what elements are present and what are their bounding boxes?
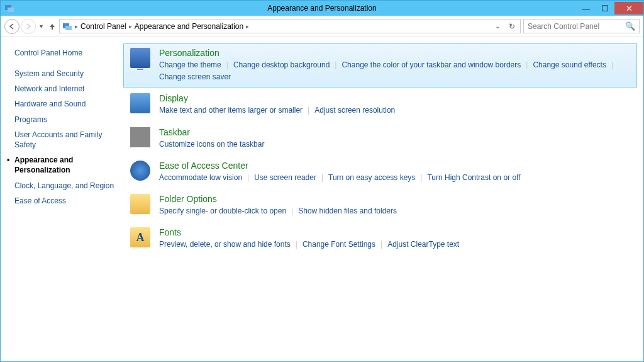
sidebar-item[interactable]: System and Security: [14, 69, 117, 79]
category-link[interactable]: Adjust screen resolution: [314, 105, 395, 116]
content-area: Control Panel Home System and SecurityNe…: [1, 37, 643, 361]
category-title[interactable]: Fonts: [159, 227, 630, 237]
link-separator: |: [335, 59, 336, 71]
folder-icon: [130, 194, 150, 214]
maximize-button[interactable]: ☐: [596, 2, 614, 14]
navigation-bar: ▾ ▸ Control Panel ▸ Appearance and Perso…: [1, 16, 643, 37]
taskbar-icon: [130, 127, 150, 147]
category-body: TaskbarCustomize icons on the taskbar: [159, 127, 630, 150]
search-icon[interactable]: 🔍: [625, 21, 635, 31]
breadcrumb-icon: [62, 21, 72, 31]
category-link[interactable]: Specify single- or double-click to open: [159, 205, 286, 217]
category-links: Preview, delete, or show and hide fonts|…: [159, 239, 630, 251]
link-separator: |: [420, 172, 422, 184]
category-links: Make text and other items larger or smal…: [159, 105, 630, 116]
up-button[interactable]: [47, 22, 58, 31]
category-link[interactable]: Accommodate low vision: [159, 172, 242, 184]
sidebar-item[interactable]: User Accounts and Family Safety: [14, 130, 117, 150]
category-row: DisplayMake text and other items larger …: [123, 89, 637, 121]
category-link[interactable]: Change desktop background: [233, 59, 330, 71]
link-separator: |: [321, 172, 323, 184]
sidebar-item[interactable]: Network and Internet: [14, 84, 117, 94]
category-title[interactable]: Ease of Access Center: [159, 161, 630, 171]
refresh-button[interactable]: ↻: [506, 22, 518, 31]
category-body: DisplayMake text and other items larger …: [159, 93, 630, 116]
monitor-icon: [130, 48, 150, 68]
category-link[interactable]: Change sound effects: [533, 59, 606, 71]
category-links: Customize icons on the taskbar: [159, 139, 630, 150]
category-link[interactable]: Change Font Settings: [303, 239, 375, 251]
main-panel: PersonalizationChange the theme|Change d…: [123, 37, 643, 361]
category-links: Specify single- or double-click to open|…: [159, 205, 630, 217]
category-link[interactable]: Change the color of your taskbar and win…: [341, 59, 521, 71]
category-link[interactable]: Turn on easy access keys: [328, 172, 415, 184]
link-separator: |: [247, 172, 249, 184]
address-dropdown-icon[interactable]: ⌄: [495, 23, 500, 30]
category-link[interactable]: Turn High Contrast on or off: [427, 172, 520, 184]
link-separator: |: [226, 59, 228, 71]
category-link[interactable]: Change the theme: [159, 59, 221, 71]
sidebar-item[interactable]: Clock, Language, and Region: [14, 181, 117, 191]
control-panel-home-link[interactable]: Control Panel Home: [14, 48, 117, 57]
category-links: Accommodate low vision|Use screen reader…: [159, 172, 630, 184]
chevron-right-icon[interactable]: ▸: [129, 23, 132, 30]
back-button[interactable]: [4, 19, 19, 34]
search-box[interactable]: Search Control Panel 🔍: [523, 19, 640, 33]
sidebar-item[interactable]: Programs: [14, 115, 117, 125]
titlebar[interactable]: Appearance and Personalization — ☐ ✕: [1, 1, 643, 16]
category-body: Folder OptionsSpecify single- or double-…: [159, 194, 630, 217]
close-button[interactable]: ✕: [614, 2, 643, 14]
category-link[interactable]: Preview, delete, or show and hide fonts: [159, 239, 291, 251]
address-bar[interactable]: ▸ Control Panel ▸ Appearance and Persona…: [59, 19, 521, 33]
category-row: TaskbarCustomize icons on the taskbar: [123, 123, 637, 155]
chevron-right-icon[interactable]: ▸: [75, 23, 78, 30]
category-title[interactable]: Personalization: [159, 48, 630, 58]
window-title: Appearance and Personalization: [267, 4, 376, 13]
category-title[interactable]: Display: [159, 93, 630, 103]
sidebar: Control Panel Home System and SecurityNe…: [1, 37, 123, 361]
category-body: PersonalizationChange the theme|Change d…: [159, 48, 630, 83]
category-title[interactable]: Taskbar: [159, 127, 630, 137]
forward-button[interactable]: [21, 19, 36, 34]
category-link[interactable]: Make text and other items larger or smal…: [159, 105, 303, 116]
category-body: FontsPreview, delete, or show and hide f…: [159, 227, 630, 251]
link-separator: |: [526, 59, 528, 71]
breadcrumb-root[interactable]: Control Panel: [80, 22, 126, 31]
control-panel-window: Appearance and Personalization — ☐ ✕ ▾ ▸…: [0, 0, 644, 362]
sidebar-item[interactable]: Ease of Access: [14, 196, 117, 206]
chevron-right-icon[interactable]: ▸: [246, 23, 249, 30]
search-placeholder: Search Control Panel: [528, 22, 625, 31]
category-row: FontsPreview, delete, or show and hide f…: [123, 223, 637, 255]
sidebar-item[interactable]: Appearance and Personalization: [14, 155, 117, 175]
category-body: Ease of Access CenterAccommodate low vis…: [159, 161, 630, 184]
svg-rect-1: [8, 8, 14, 12]
app-icon: [4, 3, 14, 13]
category-links: Change the theme|Change desktop backgrou…: [159, 59, 630, 83]
category-link[interactable]: Change screen saver: [159, 71, 231, 83]
link-separator: |: [380, 239, 382, 251]
access-icon: [130, 161, 150, 181]
category-link[interactable]: Customize icons on the taskbar: [159, 139, 264, 150]
display-icon: [130, 93, 150, 113]
link-separator: |: [611, 59, 613, 71]
sidebar-item[interactable]: Hardware and Sound: [14, 99, 117, 109]
category-link[interactable]: Adjust ClearType text: [387, 239, 459, 251]
svg-rect-3: [65, 26, 72, 30]
category-row: PersonalizationChange the theme|Change d…: [123, 43, 637, 88]
category-title[interactable]: Folder Options: [159, 194, 630, 204]
nav-dropdown-icon[interactable]: ▾: [40, 23, 43, 30]
category-link[interactable]: Show hidden files and folders: [298, 205, 397, 217]
link-separator: |: [308, 105, 309, 116]
minimize-button[interactable]: —: [577, 2, 596, 14]
link-separator: |: [291, 205, 293, 217]
breadcrumb-current[interactable]: Appearance and Personalization: [135, 22, 243, 31]
fonts-icon: [130, 227, 150, 247]
window-controls: — ☐ ✕: [577, 2, 643, 14]
link-separator: |: [296, 239, 297, 251]
category-link[interactable]: Use screen reader: [254, 172, 316, 184]
category-row: Ease of Access CenterAccommodate low vis…: [123, 156, 637, 188]
category-row: Folder OptionsSpecify single- or double-…: [123, 189, 637, 222]
